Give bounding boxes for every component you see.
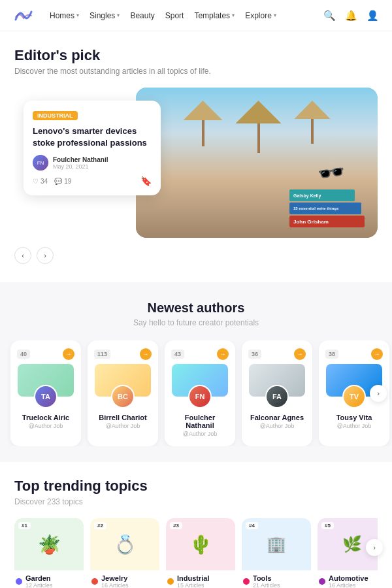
hero-subtitle: Discover the most outstanding articles i… bbox=[14, 67, 378, 76]
author-name: Birrell Chariot bbox=[99, 414, 146, 421]
hero-navigation: ‹ › bbox=[14, 247, 378, 264]
topic-dot bbox=[319, 578, 325, 585]
topic-name: Automotive bbox=[329, 574, 368, 582]
nav-beauty[interactable]: Beauty bbox=[130, 11, 154, 20]
search-icon[interactable]: 🔍 bbox=[323, 10, 336, 22]
topic-count: 16 Articles bbox=[101, 582, 129, 588]
nav-sport[interactable]: Sport bbox=[165, 11, 184, 20]
authors-list: 40 → TA Truelock Airic @Author Job 113 →… bbox=[0, 340, 392, 446]
nav-links: Homes ▾ Singles ▾ Beauty Sport Templates… bbox=[50, 11, 323, 20]
topic-card[interactable]: 💍 #2 Jewelry 16 Articles bbox=[90, 518, 159, 588]
author-job: @Author Job bbox=[183, 431, 218, 437]
topic-name: Industrial bbox=[177, 574, 210, 582]
topic-name: Jewelry bbox=[101, 574, 129, 582]
topic-badge: #1 bbox=[18, 522, 31, 529]
authors-next-button[interactable]: › bbox=[370, 385, 387, 402]
nav-homes[interactable]: Homes ▾ bbox=[50, 11, 79, 20]
hero-title: Editor's pick bbox=[14, 47, 378, 64]
arrow-icon: → bbox=[140, 348, 152, 360]
author-job: @Author Job bbox=[260, 423, 295, 429]
hero-section: Editor's pick Discover the most outstand… bbox=[0, 31, 392, 282]
author-count: 43 bbox=[171, 350, 184, 359]
topics-list: 🪴 #1 Garden 12 Articles 💍 #2 bbox=[14, 518, 378, 588]
arrow-icon: → bbox=[294, 348, 306, 360]
logo[interactable] bbox=[13, 8, 34, 24]
user-icon[interactable]: 👤 bbox=[367, 10, 379, 22]
author-job: @Author Job bbox=[106, 423, 140, 429]
author-count: 40 bbox=[17, 350, 30, 359]
topic-dot bbox=[243, 578, 250, 585]
topic-name: Tools bbox=[253, 574, 280, 582]
avatar: BC bbox=[111, 385, 135, 408]
topic-badge: #2 bbox=[94, 522, 106, 529]
hero-background-image: 🕶️ Gatsby Kelly 15 essential write thing… bbox=[136, 88, 378, 238]
avatar: TV bbox=[342, 385, 366, 408]
hero-card-wrapper: 🕶️ Gatsby Kelly 15 essential write thing… bbox=[14, 88, 378, 238]
topic-dot bbox=[167, 578, 174, 585]
nav-actions: 🔍 🔔 👤 bbox=[323, 10, 379, 22]
prev-button[interactable]: ‹ bbox=[14, 247, 31, 264]
author-card[interactable]: 36 → FA Falconar Agnes @Author Job bbox=[242, 340, 312, 446]
topics-scroll-container: 🪴 #1 Garden 12 Articles 💍 #2 bbox=[14, 518, 378, 588]
article-author: FN Foulcher Nathanil May 20, 2021 bbox=[33, 155, 152, 171]
topic-count: 16 Articles bbox=[329, 582, 368, 588]
topic-count: 21 Articles bbox=[253, 582, 280, 588]
avatar: FN bbox=[188, 385, 212, 408]
next-button[interactable]: › bbox=[37, 247, 54, 264]
authors-subtitle: Say hello to future creator potentials bbox=[0, 318, 392, 327]
author-job: @Author Job bbox=[29, 423, 63, 429]
bookmark-icon[interactable]: 🔖 bbox=[140, 176, 152, 186]
comments-stat: 💬 19 bbox=[54, 178, 71, 185]
article-stats: ♡ 34 💬 19 🔖 bbox=[33, 176, 152, 186]
author-count: 36 bbox=[248, 350, 261, 359]
beach-scene: 🕶️ Gatsby Kelly 15 essential write thing… bbox=[136, 88, 378, 238]
author-card[interactable]: 113 → BC Birrell Chariot @Author Job bbox=[88, 340, 158, 446]
avatar: FA bbox=[265, 385, 289, 408]
arrow-icon: → bbox=[371, 348, 383, 360]
authors-title: Newest authors bbox=[0, 301, 392, 316]
article-title: Lenovo's smarter devices stoke professio… bbox=[33, 125, 152, 148]
author-count: 113 bbox=[94, 350, 110, 359]
topic-card[interactable]: 🪴 #1 Garden 12 Articles bbox=[14, 518, 84, 588]
author-name: Foulcher Nathanil bbox=[53, 156, 108, 163]
author-name: Foulcher Nathanil bbox=[171, 414, 229, 429]
chevron-down-icon: ▾ bbox=[117, 12, 120, 18]
avatar: TA bbox=[34, 385, 57, 408]
article-tag: Industrial bbox=[33, 111, 78, 120]
chevron-down-icon: ▾ bbox=[274, 12, 276, 18]
chevron-down-icon: ▾ bbox=[232, 12, 235, 18]
topic-card[interactable]: 🏢 #4 Tools 21 Articles bbox=[242, 518, 311, 588]
trending-subtitle: Discover 233 topics bbox=[14, 497, 378, 506]
author-count: 38 bbox=[325, 350, 338, 359]
nav-explore[interactable]: Explore ▾ bbox=[245, 11, 276, 20]
likes-stat: ♡ 34 bbox=[33, 178, 48, 185]
trending-title: Top trending topics bbox=[14, 478, 378, 495]
author-card[interactable]: 40 → TA Truelock Airic @Author Job bbox=[10, 340, 81, 446]
topic-name: Garden bbox=[25, 574, 53, 582]
topic-badge: #3 bbox=[170, 522, 182, 529]
author-name: Truelock Airic bbox=[22, 414, 69, 421]
nav-templates[interactable]: Templates ▾ bbox=[194, 11, 235, 20]
arrow-icon: → bbox=[63, 348, 74, 360]
author-name: Tousy Vita bbox=[336, 414, 372, 421]
heart-icon: ♡ bbox=[33, 178, 39, 185]
notification-icon[interactable]: 🔔 bbox=[345, 10, 357, 22]
topic-count: 12 Articles bbox=[25, 582, 53, 588]
author-job: @Author Job bbox=[337, 423, 372, 429]
topic-card[interactable]: 🌵 #3 Industrial 15 Articles bbox=[166, 518, 235, 588]
avatar: FN bbox=[33, 155, 48, 171]
navbar: Homes ▾ Singles ▾ Beauty Sport Templates… bbox=[0, 0, 392, 31]
nav-singles[interactable]: Singles ▾ bbox=[90, 11, 120, 20]
chevron-down-icon: ▾ bbox=[76, 12, 79, 18]
topic-dot bbox=[91, 578, 98, 585]
topic-badge: #4 bbox=[246, 522, 258, 529]
authors-scroll-container: 40 → TA Truelock Airic @Author Job 113 →… bbox=[0, 340, 392, 446]
trending-section: Top trending topics Discover 233 topics … bbox=[0, 462, 392, 588]
topics-next-button[interactable]: › bbox=[366, 539, 383, 556]
topic-badge: #5 bbox=[321, 522, 334, 529]
hero-article-card[interactable]: Industrial Lenovo's smarter devices stok… bbox=[24, 101, 161, 195]
author-name: Falconar Agnes bbox=[250, 414, 304, 421]
topic-count: 15 Articles bbox=[177, 582, 210, 588]
author-card[interactable]: 43 → FN Foulcher Nathanil @Author Job bbox=[165, 340, 235, 446]
comment-icon: 💬 bbox=[54, 178, 62, 185]
